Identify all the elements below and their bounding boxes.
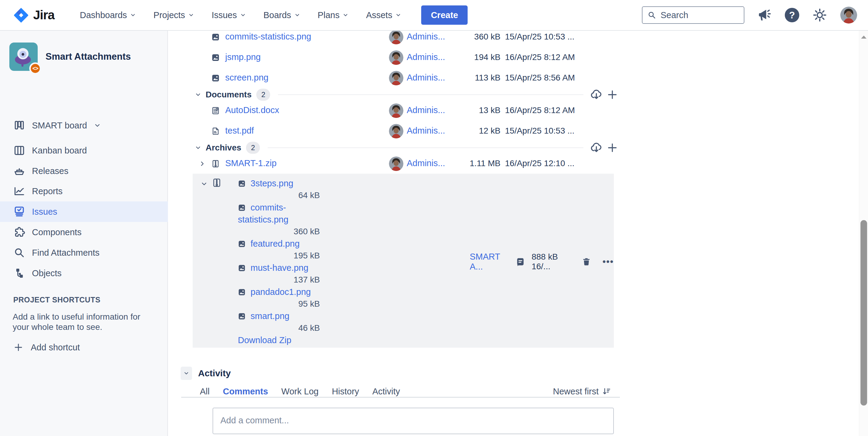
archive-file-link[interactable]: pandadoc1.png	[251, 287, 311, 297]
sidebar-item-objects[interactable]: Objects	[0, 263, 168, 283]
file-size: 12 kB	[446, 126, 500, 136]
attachment-link[interactable]: test.pdf	[225, 126, 254, 136]
archive-file: commits-statistics.png	[238, 201, 334, 225]
chevron-down-icon	[94, 122, 101, 129]
sidebar-item-kanban-board[interactable]: Kanban board	[0, 140, 168, 161]
board-selector[interactable]: SMART board	[0, 115, 168, 136]
word-document-icon	[211, 106, 220, 115]
nav-projects[interactable]: Projects	[153, 10, 194, 20]
sidebar-item-components[interactable]: Components	[0, 222, 168, 242]
tab-comments[interactable]: Comments	[223, 386, 268, 397]
scrollbar-thumb[interactable]	[861, 220, 867, 406]
avatar	[389, 124, 403, 138]
tree-icon	[13, 267, 25, 279]
nav-issues[interactable]: Issues	[212, 10, 246, 20]
sidebar-item-reports[interactable]: Reports	[0, 181, 168, 201]
file-size: 1.11 MB	[446, 159, 500, 168]
file-date: 16/Apr/25 8:12 AM	[505, 53, 575, 62]
activity-collapse-button[interactable]	[181, 367, 192, 380]
section-label: Archives	[206, 143, 241, 153]
attachment-link[interactable]: jsmp.png	[225, 52, 261, 62]
archive-file: featured.png	[238, 238, 334, 250]
zip-archive-icon	[211, 159, 220, 168]
project-sidebar: <> Smart Attachments SMART board Kanban …	[0, 31, 168, 436]
sidebar-item-releases[interactable]: Releases	[0, 161, 168, 181]
document-lines-icon[interactable]	[516, 257, 525, 266]
scrollbar-up-arrow[interactable]	[861, 36, 867, 39]
collapse-chevron-down-icon[interactable]	[200, 180, 208, 188]
archive-meta-row: SMART A... 888 kB 16/... •••	[470, 256, 614, 268]
activity-header: Activity	[181, 365, 230, 381]
archive-file-link[interactable]: must-have.png	[251, 263, 308, 273]
vertical-scrollbar[interactable]	[859, 31, 868, 436]
issue-link[interactable]: SMART A...	[470, 252, 510, 272]
sidebar-item-issues[interactable]: Issues	[0, 201, 168, 222]
tab-work-log[interactable]: Work Log	[281, 386, 319, 397]
archive-file-size: 137 kB	[238, 274, 320, 286]
tab-all[interactable]: All	[200, 386, 210, 397]
attachment-row: AutoDist.docx Adminis... 13 kB 16/Apr/25…	[168, 100, 859, 121]
author-link[interactable]: Adminis...	[407, 32, 445, 41]
archive-file-link[interactable]: featured.png	[251, 239, 300, 248]
attachment-row: SMART-1.zip Adminis... 1.11 MB 16/Apr/25…	[168, 153, 859, 174]
tab-history[interactable]: History	[332, 386, 359, 397]
comment-input[interactable]	[213, 408, 614, 434]
nav-plans[interactable]: Plans	[318, 10, 349, 20]
chevron-down-icon	[294, 12, 300, 18]
image-file-icon	[238, 180, 246, 188]
attachments-panel: commits-statistics.png Adminis... 360 kB…	[168, 31, 859, 436]
attachment-link[interactable]: AutoDist.docx	[225, 105, 279, 115]
attachment-row: screen.png Adminis... 113 kB 15/Apr/25 8…	[168, 68, 859, 88]
expand-chevron-right-icon[interactable]	[199, 160, 206, 167]
archive-file-size: 46 kB	[238, 322, 320, 334]
section-count-badge: 2	[256, 89, 270, 101]
author-link[interactable]: Adminis...	[407, 73, 445, 83]
chevron-down-icon[interactable]	[195, 91, 202, 98]
archive-file-link[interactable]: smart.png	[251, 311, 289, 321]
settings-gear-icon[interactable]	[812, 8, 827, 22]
attachment-link[interactable]: screen.png	[225, 73, 269, 83]
add-attachment-plus-icon[interactable]	[606, 142, 618, 154]
delete-trash-icon[interactable]	[582, 257, 591, 266]
add-shortcut-button[interactable]: Add shortcut	[13, 340, 80, 354]
attachment-row: commits-statistics.png Adminis... 360 kB…	[168, 31, 859, 47]
download-all-cloud-icon[interactable]	[590, 142, 603, 154]
download-zip-link[interactable]: Download Zip	[238, 334, 291, 346]
chevron-down-icon	[130, 12, 136, 18]
global-search[interactable]	[642, 6, 744, 24]
add-attachment-plus-icon[interactable]	[606, 89, 618, 101]
nav-dashboards[interactable]: Dashboards	[80, 10, 136, 20]
image-file-icon	[238, 240, 246, 248]
search-input[interactable]	[660, 10, 733, 20]
archive-file: 3steps.png	[238, 177, 334, 189]
image-file-icon	[211, 74, 220, 82]
author-link[interactable]: Adminis...	[407, 158, 445, 168]
announcements-megaphone-icon[interactable]	[758, 8, 772, 22]
author-link[interactable]: Adminis...	[407, 105, 445, 115]
project-avatar[interactable]: <>	[9, 42, 38, 71]
plus-icon	[13, 342, 24, 352]
chevron-down-icon	[183, 370, 189, 376]
puzzle-icon	[13, 226, 25, 238]
attachment-link[interactable]: SMART-1.zip	[225, 158, 276, 168]
chevron-down-icon	[188, 12, 194, 18]
nav-boards[interactable]: Boards	[264, 10, 300, 20]
tab-activity[interactable]: Activity	[372, 386, 400, 397]
help-icon[interactable]: ?	[785, 8, 799, 22]
sidebar-item-find-attachments[interactable]: Find Attachments	[0, 242, 168, 263]
author-link[interactable]: Adminis...	[407, 52, 445, 62]
file-date: 15/Apr/25 10:53 ...	[505, 32, 575, 41]
download-all-cloud-icon[interactable]	[590, 88, 603, 101]
more-options-icon[interactable]: •••	[602, 257, 614, 267]
nav-assets[interactable]: Assets	[366, 10, 401, 20]
user-avatar[interactable]	[840, 7, 857, 24]
top-navbar: Jira Dashboards Projects Issues Boards P…	[0, 0, 868, 31]
create-button[interactable]: Create	[421, 5, 468, 25]
navbar-right-group: ?	[642, 6, 857, 24]
chevron-down-icon[interactable]	[195, 145, 202, 151]
file-date: 15/Apr/25 8:56 AM	[505, 73, 575, 83]
author-link[interactable]: Adminis...	[407, 126, 445, 136]
jira-logo[interactable]: Jira	[13, 7, 55, 23]
attachment-link[interactable]: commits-statistics.png	[225, 32, 311, 41]
archive-file-link[interactable]: 3steps.png	[251, 179, 293, 188]
